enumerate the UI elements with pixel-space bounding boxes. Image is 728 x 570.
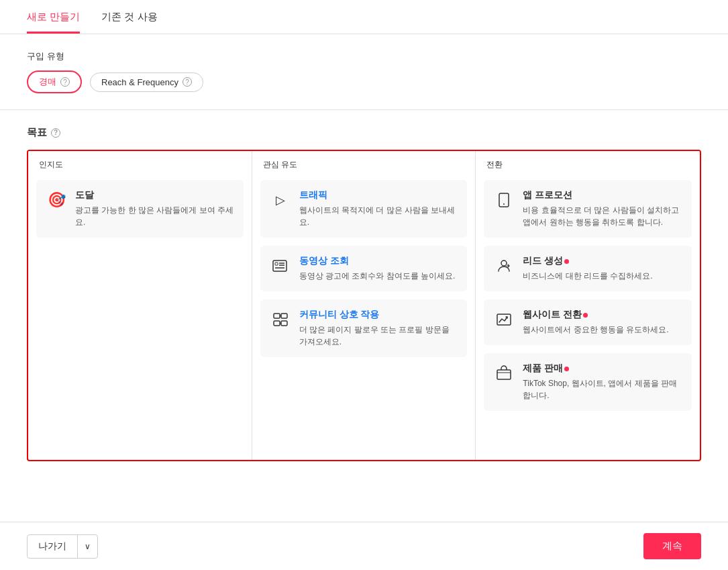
col-interest: 관심 유도 ▷ 트래픽 웹사이트의 목적지에 더 많은 사람을 보내세요. — [252, 151, 476, 460]
goal-grid-container: 인지도 🎯 도달 광고를 가능한 한 많은 사람들에게 보여 주세요. 관심 유… — [27, 150, 701, 461]
reach-frequency-button[interactable]: Reach & Frequency ? — [90, 73, 203, 92]
auction-help-icon[interactable]: ? — [60, 77, 70, 87]
auction-button[interactable]: 경매 ? — [27, 70, 82, 93]
col-interest-header: 관심 유도 — [252, 151, 476, 176]
svg-rect-8 — [281, 321, 287, 326]
reach-desc: 광고를 가능한 한 많은 사람들에게 보여 주세요. — [75, 204, 234, 228]
purchase-type-section: 구입 유형 경매 ? Reach & Frequency ? — [0, 34, 728, 110]
svg-rect-14 — [497, 314, 511, 325]
traffic-name: 트래픽 — [299, 189, 458, 201]
app-promo-name: 앱 프로모션 — [523, 189, 682, 201]
web-conversion-name: 웹사이트 전환 — [523, 309, 668, 321]
product-sales-name: 제품 판매 — [523, 363, 682, 375]
tab-existing[interactable]: 기존 것 사용 — [101, 11, 157, 34]
goal-card-video-views[interactable]: 동영상 조회 동영상 광고에 조회수와 참여도를 높이세요. — [260, 246, 468, 291]
goal-grid: 인지도 🎯 도달 광고를 가능한 한 많은 사람들에게 보여 주세요. 관심 유… — [28, 151, 700, 460]
svg-rect-15 — [497, 370, 511, 379]
web-conversion-desc: 웹사이트에서 중요한 행동을 유도하세요. — [523, 324, 668, 336]
col-conversion: 전환 앱 프로모션 비용 효율적으로 더 많은 사람들이 설치하고 앱에서 원하… — [476, 151, 700, 460]
tabs-section: 새로 만들기 기존 것 사용 — [0, 0, 728, 34]
goal-title: 목표 ? — [27, 126, 701, 139]
product-sales-icon — [493, 363, 515, 384]
auction-label: 경매 — [39, 76, 56, 88]
video-icon — [270, 255, 291, 277]
traffic-icon: ▷ — [270, 189, 291, 211]
tab-new[interactable]: 새로 만들기 — [27, 11, 80, 34]
goal-card-lead-gen[interactable]: 리드 생성 비즈니스에 대한 리드를 수집하세요. — [484, 246, 692, 291]
svg-rect-5 — [274, 314, 280, 318]
video-views-desc: 동영상 광고에 조회수와 참여도를 높이세요. — [299, 270, 456, 282]
svg-point-12 — [503, 203, 505, 205]
lead-gen-badge — [564, 259, 569, 264]
svg-point-13 — [501, 260, 507, 266]
community-desc: 더 많은 페이지 팔로우 또는 프로필 방문을 가져오세요. — [299, 324, 458, 348]
community-name: 커뮤니티 상호 작용 — [299, 309, 458, 321]
web-conversion-icon — [493, 309, 515, 330]
svg-rect-7 — [274, 321, 280, 326]
footer-bar: 나가기 ∨ 계속 — [0, 522, 728, 570]
web-conversion-badge — [583, 313, 588, 318]
goal-card-reach[interactable]: 🎯 도달 광고를 가능한 한 많은 사람들에게 보여 주세요. — [36, 180, 244, 238]
product-sales-badge — [564, 367, 569, 371]
goal-card-community[interactable]: 커뮤니티 상호 작용 더 많은 페이지 팔로우 또는 프로필 방문을 가져오세요… — [260, 299, 468, 357]
rf-label: Reach & Frequency — [101, 77, 178, 87]
lead-gen-name: 리드 생성 — [523, 255, 652, 267]
rf-help-icon[interactable]: ? — [183, 77, 192, 87]
lead-gen-desc: 비즈니스에 대한 리드를 수집하세요. — [523, 270, 652, 282]
goal-card-product-sales[interactable]: 제품 판매 TikTok Shop, 웹사이트, 앱에서 제품을 판매합니다. — [484, 353, 692, 411]
exit-arrow-icon[interactable]: ∨ — [78, 536, 97, 557]
app-promo-desc: 비용 효율적으로 더 많은 사람들이 설치하고 앱에서 원하는 행동을 취하도록… — [523, 204, 682, 228]
goal-section: 목표 ? 인지도 🎯 도달 광고를 가능한 한 많은 사람들에게 보여 주세요. — [0, 110, 728, 477]
purchase-type-buttons: 경매 ? Reach & Frequency ? — [27, 70, 701, 93]
traffic-desc: 웹사이트의 목적지에 더 많은 사람을 보내세요. — [299, 204, 458, 228]
goal-card-traffic[interactable]: ▷ 트래픽 웹사이트의 목적지에 더 많은 사람을 보내세요. — [260, 180, 468, 238]
community-icon — [270, 309, 291, 330]
reach-name: 도달 — [75, 189, 234, 201]
goal-card-app-promo[interactable]: 앱 프로모션 비용 효율적으로 더 많은 사람들이 설치하고 앱에서 원하는 행… — [484, 180, 692, 238]
app-promo-icon — [493, 189, 515, 211]
reach-icon: 🎯 — [46, 189, 67, 211]
video-views-name: 동영상 조회 — [299, 255, 456, 267]
col-awareness: 인지도 🎯 도달 광고를 가능한 한 많은 사람들에게 보여 주세요. — [28, 151, 252, 460]
svg-rect-0 — [273, 260, 287, 271]
svg-rect-1 — [275, 263, 278, 265]
exit-label: 나가기 — [28, 535, 78, 558]
col-awareness-header: 인지도 — [28, 151, 252, 176]
continue-button[interactable]: 계속 — [643, 533, 701, 559]
goal-card-web-conversion[interactable]: 웹사이트 전환 웹사이트에서 중요한 행동을 유도하세요. — [484, 299, 692, 345]
col-conversion-header: 전환 — [476, 151, 700, 176]
goal-help-icon[interactable]: ? — [51, 128, 60, 138]
exit-button[interactable]: 나가기 ∨ — [27, 534, 98, 559]
svg-rect-6 — [281, 314, 287, 318]
lead-gen-icon — [493, 255, 515, 277]
product-sales-desc: TikTok Shop, 웹사이트, 앱에서 제품을 판매합니다. — [523, 377, 682, 401]
purchase-type-label: 구입 유형 — [27, 50, 701, 62]
